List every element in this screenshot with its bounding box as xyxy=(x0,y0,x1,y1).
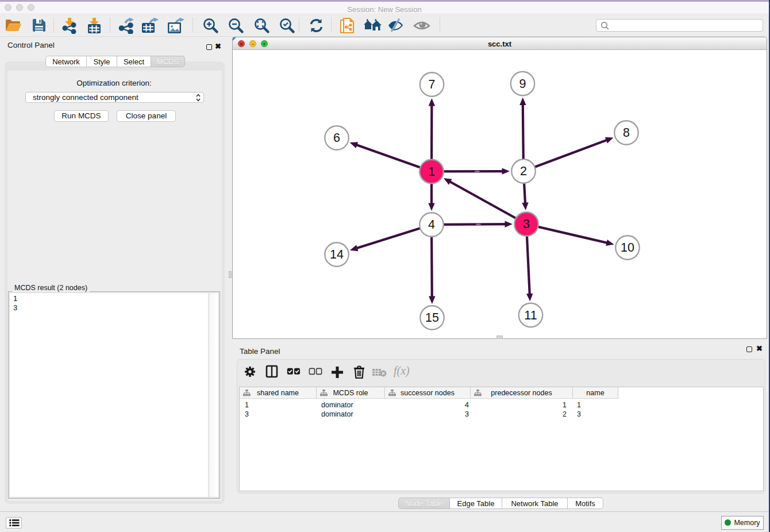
svg-text:14: 14 xyxy=(330,248,344,261)
svg-text:6: 6 xyxy=(333,131,340,145)
svg-text:11: 11 xyxy=(524,309,537,322)
svg-text:2: 2 xyxy=(520,164,527,178)
svg-text:1: 1 xyxy=(428,165,435,179)
svg-text:15: 15 xyxy=(425,311,439,325)
svg-text:4: 4 xyxy=(428,218,435,232)
svg-text:3: 3 xyxy=(523,217,530,231)
svg-text:10: 10 xyxy=(621,241,634,255)
svg-text:7: 7 xyxy=(429,78,436,91)
svg-text:9: 9 xyxy=(519,77,526,91)
svg-text:8: 8 xyxy=(623,126,630,140)
